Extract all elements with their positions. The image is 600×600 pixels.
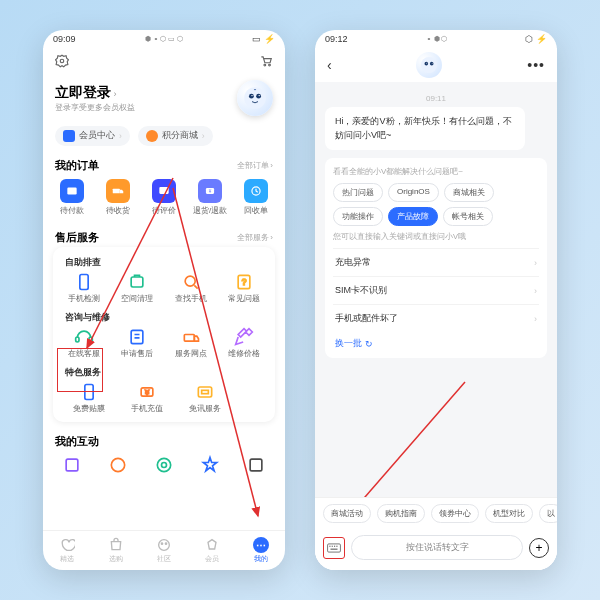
tab-mine[interactable]: ⋯我的: [253, 537, 269, 564]
keyboard-icon: [327, 543, 341, 553]
svg-rect-10: [67, 188, 76, 195]
qpill-compare[interactable]: 机型对比: [485, 504, 533, 523]
qpill-more[interactable]: 以: [539, 504, 557, 523]
svg-text:¥: ¥: [209, 189, 212, 194]
svg-point-13: [162, 190, 163, 191]
qpill-coupon[interactable]: 领券中心: [431, 504, 479, 523]
chip-function[interactable]: 功能操作: [333, 207, 383, 226]
chip-hot[interactable]: 热门问题: [333, 183, 383, 202]
svg-rect-11: [113, 189, 120, 194]
more-icon[interactable]: •••: [527, 57, 545, 73]
repair-price[interactable]: 维修价格: [220, 327, 268, 359]
chip-mall[interactable]: 商城相关: [444, 183, 494, 202]
chip-fault[interactable]: 产品故障: [388, 207, 438, 226]
svg-point-1: [60, 59, 64, 63]
order-refund[interactable]: ¥退货/退款: [190, 179, 230, 216]
aftersale-title: 售后服务: [55, 230, 99, 245]
points-mall-pill[interactable]: 积分商城 ›: [138, 126, 213, 146]
faq-item-sim[interactable]: SIM卡不识别›: [333, 276, 539, 304]
orders-title: 我的订单: [55, 158, 99, 173]
special-title: 特色服务: [57, 363, 271, 380]
svg-text:¥: ¥: [145, 389, 149, 396]
order-pending-receive[interactable]: 待收货: [98, 179, 138, 216]
svg-point-15: [165, 190, 166, 191]
chat-time: 09:11: [325, 94, 547, 103]
tab-community[interactable]: 社区: [156, 537, 172, 564]
svg-rect-31: [198, 387, 211, 397]
interact-1[interactable]: [52, 455, 92, 475]
order-recycle[interactable]: 回收单: [236, 179, 276, 216]
chat-avatar: [416, 52, 442, 78]
svg-rect-25: [89, 337, 92, 342]
chip-originos[interactable]: OriginOS: [388, 183, 439, 202]
selfcheck-title: 自助排查: [57, 253, 271, 270]
faq-card: 看看全能的小V都能解决什么问题吧~ 热门问题 OriginOS 商城相关 功能操…: [325, 158, 547, 358]
svg-point-5: [249, 94, 254, 99]
keyboard-button[interactable]: [323, 537, 345, 559]
orders-grid: 待付款 待收货 待评价 ¥退货/退款 回收单: [43, 175, 285, 224]
svg-point-7: [251, 95, 252, 96]
space-clean[interactable]: 空间清理: [113, 272, 161, 304]
plus-button[interactable]: +: [529, 538, 549, 558]
chip-account[interactable]: 帐号相关: [443, 207, 493, 226]
gear-icon[interactable]: [55, 54, 69, 70]
svg-line-48: [345, 382, 465, 497]
apply-aftersale[interactable]: 申请售后: [113, 327, 161, 359]
back-icon[interactable]: ‹: [327, 57, 332, 73]
svg-marker-0: [56, 55, 69, 67]
find-phone[interactable]: 查找手机: [167, 272, 215, 304]
order-pending-pay[interactable]: 待付款: [52, 179, 92, 216]
phone-detect[interactable]: 手机检测: [60, 272, 108, 304]
aftersale-more[interactable]: 全部服务 ›: [237, 232, 273, 243]
tabbar: 精选 选购 社区 会员 ⋯我的: [43, 530, 285, 570]
svg-rect-33: [66, 459, 78, 471]
svg-rect-51: [332, 545, 333, 546]
qpill-guide[interactable]: 购机指南: [377, 504, 425, 523]
status-bar-b: 09:12 ⚬ ⬢ ⬡ ⬡ ⚡: [315, 30, 557, 48]
interact-4[interactable]: [190, 455, 230, 475]
interact-2[interactable]: [98, 455, 138, 475]
online-service[interactable]: 在线客服: [60, 327, 108, 359]
faq-item-broken[interactable]: 手机或配件坏了›: [333, 304, 539, 332]
avatar[interactable]: [237, 80, 273, 116]
faq-item-charge[interactable]: 充电异常›: [333, 248, 539, 276]
phone-left: 09:09 ⬢ ⚬ ⬡ ▭ ⬡ ▭ ⚡ 立即登录 › 登录享受更多会员权益: [43, 30, 285, 570]
phone-recharge[interactable]: ¥手机充值: [123, 382, 171, 414]
status-icons-b: ⚬ ⬢ ⬡: [426, 35, 448, 43]
svg-point-4: [244, 87, 266, 109]
status-time: 09:09: [53, 34, 76, 44]
svg-rect-20: [131, 277, 143, 287]
free-film[interactable]: 免费贴膜: [65, 382, 113, 414]
member-center-pill[interactable]: 会员中心 ›: [55, 126, 130, 146]
svg-point-40: [159, 540, 170, 551]
svg-rect-52: [334, 545, 335, 546]
tab-featured[interactable]: 精选: [59, 537, 75, 564]
svg-point-14: [163, 190, 164, 191]
svg-point-43: [421, 57, 437, 73]
tab-member[interactable]: 会员: [204, 537, 220, 564]
refresh-link[interactable]: 换一批 ↻: [333, 332, 539, 350]
status-right-b: ⬡ ⚡: [525, 34, 547, 44]
svg-rect-50: [329, 545, 330, 546]
service-point[interactable]: 服务网点: [167, 327, 215, 359]
status-right: ▭ ⚡: [252, 34, 275, 44]
login-sub: 登录享受更多会员权益: [55, 102, 135, 113]
voice-input[interactable]: 按住说话转文字: [351, 535, 523, 560]
input-row: 按住说话转文字 +: [315, 529, 557, 570]
svg-point-45: [430, 62, 434, 66]
order-pending-review[interactable]: 待评价: [144, 179, 184, 216]
aftersale-card: 自助排查 手机检测 空间清理 查找手机 ?常见问题 咨询与维修 在线客服 申请售…: [53, 247, 275, 422]
qpill-activity[interactable]: 商城活动: [323, 504, 371, 523]
svg-text:?: ?: [242, 277, 247, 287]
svg-point-21: [185, 276, 195, 286]
quick-pills[interactable]: 商城活动 购机指南 领券中心 机型对比 以: [315, 497, 557, 529]
svg-rect-19: [80, 275, 88, 290]
faq[interactable]: ?常见问题: [220, 272, 268, 304]
orders-more[interactable]: 全部订单 ›: [237, 160, 273, 171]
tab-shop[interactable]: 选购: [108, 537, 124, 564]
misc-service[interactable]: 免讯服务: [181, 382, 229, 414]
login-title[interactable]: 立即登录 ›: [55, 84, 135, 102]
cart-icon[interactable]: [259, 54, 273, 70]
interact-3[interactable]: [144, 455, 184, 475]
interact-5[interactable]: [236, 455, 276, 475]
